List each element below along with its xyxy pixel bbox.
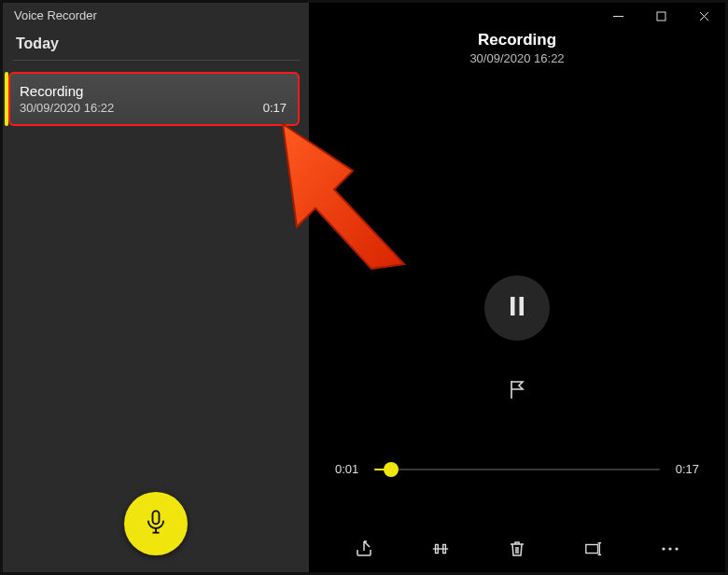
selection-accent	[5, 72, 8, 126]
svg-point-19	[662, 547, 665, 550]
delete-button[interactable]	[505, 539, 529, 563]
record-button[interactable]	[124, 492, 188, 555]
window-minimize-button[interactable]	[596, 3, 639, 31]
svg-rect-0	[153, 511, 160, 524]
flag-icon	[508, 379, 526, 403]
svg-point-21	[675, 547, 678, 550]
elapsed-time: 0:01	[335, 462, 363, 476]
svg-point-20	[668, 547, 671, 550]
svg-rect-4	[657, 12, 665, 21]
rename-icon	[584, 540, 603, 562]
pause-button[interactable]	[484, 275, 550, 341]
app-title: Voice Recorder	[3, 3, 309, 30]
maximize-icon	[656, 8, 666, 25]
minimize-icon	[613, 8, 623, 25]
recording-timestamp: 30/09/2020 16:22	[20, 101, 288, 115]
svg-rect-15	[586, 544, 598, 553]
delete-icon	[508, 540, 526, 562]
share-icon	[355, 540, 373, 562]
share-button[interactable]	[352, 539, 376, 563]
close-icon	[699, 8, 709, 25]
add-marker-button[interactable]	[502, 376, 532, 406]
pause-icon	[508, 295, 526, 321]
window-maximize-button[interactable]	[639, 3, 682, 31]
recording-list-item[interactable]: Recording 30/09/2020 16:22 0:17	[8, 72, 300, 126]
recording-duration: 0:17	[263, 101, 287, 115]
seek-thumb[interactable]	[384, 462, 399, 477]
section-today-label: Today	[3, 30, 309, 60]
more-button[interactable]	[658, 539, 682, 563]
recording-title: Recording	[20, 83, 288, 99]
more-icon	[661, 540, 679, 562]
seek-slider[interactable]	[374, 469, 660, 470]
rename-button[interactable]	[581, 539, 606, 563]
svg-rect-7	[511, 297, 515, 316]
divider	[12, 60, 300, 61]
trim-button[interactable]	[428, 539, 453, 563]
mic-icon	[143, 509, 169, 539]
window-close-button[interactable]	[682, 3, 725, 31]
svg-rect-8	[520, 297, 525, 316]
player-timestamp: 30/09/2020 16:22	[309, 51, 725, 65]
player-title: Recording	[309, 31, 725, 49]
trim-icon	[431, 540, 450, 562]
total-time: 0:17	[671, 462, 699, 476]
